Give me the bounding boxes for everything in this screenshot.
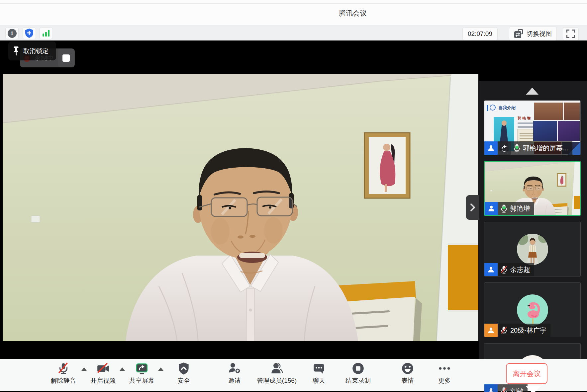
more-button[interactable]: 更多 bbox=[416, 361, 473, 385]
person-icon bbox=[487, 327, 495, 334]
slide-portrait-head bbox=[502, 120, 507, 126]
chevron-right-icon bbox=[470, 203, 476, 212]
participant-label: 余志超 bbox=[484, 263, 534, 276]
top-toolbar: i 02:07:09 切换视图 bbox=[0, 25, 587, 40]
switch-view-button[interactable]: 切换视图 bbox=[509, 27, 557, 41]
chevron-down-icon scroll-down-button[interactable] bbox=[526, 386, 540, 392]
unpin-label: 取消锁定 bbox=[23, 47, 49, 55]
mic-muted-icon bbox=[500, 386, 508, 392]
more-icon bbox=[438, 361, 451, 375]
reactions-label: 表情 bbox=[401, 376, 414, 385]
person-icon bbox=[487, 387, 495, 392]
participant-tile-guoyanzeng[interactable]: 郭艳增 bbox=[484, 161, 581, 216]
members-icon bbox=[270, 361, 284, 375]
slide-accent-bar bbox=[487, 105, 488, 111]
mic-muted-icon bbox=[500, 265, 508, 274]
fullscreen-icon bbox=[566, 30, 575, 38]
person-icon bbox=[488, 205, 495, 212]
page-title: 腾讯会议 bbox=[339, 9, 367, 18]
security-status-button[interactable] bbox=[23, 27, 36, 39]
stop-recording-overlay-button[interactable] bbox=[58, 48, 74, 67]
unpin-button[interactable]: 取消锁定 bbox=[8, 41, 56, 60]
unmute-label: 解除静音 bbox=[51, 376, 76, 385]
avatar bbox=[517, 234, 548, 265]
participant-label: 郭艳增的屏幕... bbox=[484, 141, 572, 155]
tencent-meeting-window: 腾讯会议 i 02:07:09 bbox=[0, 0, 587, 392]
meeting-timer: 02:07:09 bbox=[462, 27, 498, 40]
slide-photo bbox=[564, 103, 580, 120]
video-stage: 录制中 取消锁定 bbox=[0, 40, 587, 359]
stop-recording-icon bbox=[351, 361, 365, 375]
participants-sidebar: 自我介绍 郭艳增 bbox=[479, 81, 587, 392]
network-status-button[interactable] bbox=[40, 27, 53, 39]
screen-sharing-icon bbox=[498, 141, 511, 155]
participant-role-badge bbox=[485, 202, 498, 215]
start-video-label: 开启视频 bbox=[90, 376, 116, 385]
mic-muted-icon bbox=[56, 361, 70, 375]
switch-view-label: 切换视图 bbox=[527, 30, 552, 38]
timer-value: 02:07:09 bbox=[468, 30, 492, 38]
window-divider bbox=[0, 3, 587, 4]
sidebar-collapse-button[interactable] bbox=[466, 195, 479, 220]
slide-title: 自我介绍 bbox=[498, 105, 516, 111]
slide-presenter-name: 郭艳增 bbox=[518, 116, 532, 121]
participant-role-badge bbox=[484, 141, 498, 155]
info-icon: i bbox=[8, 29, 17, 38]
participant-role-badge bbox=[484, 263, 498, 276]
end-recording-label: 结束录制 bbox=[345, 376, 371, 385]
end-recording-button[interactable]: 结束录制 bbox=[330, 361, 386, 385]
slide-logo bbox=[490, 105, 496, 111]
slide-photo bbox=[534, 103, 563, 120]
mic-muted-icon bbox=[500, 326, 508, 335]
fullscreen-button[interactable] bbox=[563, 27, 579, 40]
share-screen-label: 共享屏幕 bbox=[129, 376, 154, 385]
slide-photo bbox=[533, 121, 557, 141]
mic-active-icon bbox=[514, 143, 520, 153]
mic-active-icon bbox=[501, 204, 507, 213]
participant-role-badge bbox=[484, 384, 498, 392]
title-bar: 腾讯会议 bbox=[0, 0, 587, 25]
emoji-icon bbox=[401, 361, 415, 375]
stop-icon bbox=[62, 54, 70, 62]
invite-label: 邀请 bbox=[228, 376, 241, 385]
participant-tile-yuzhichao[interactable]: 余志超 bbox=[484, 222, 581, 276]
person-icon bbox=[487, 144, 495, 152]
participant-name: 余志超 bbox=[510, 265, 530, 274]
chat-icon bbox=[312, 361, 326, 375]
participant-tile-screen-share[interactable]: 自我介绍 郭艳增 bbox=[484, 100, 581, 155]
person-icon bbox=[487, 266, 495, 273]
main-video bbox=[3, 74, 478, 341]
shield-plus-icon bbox=[25, 28, 34, 38]
share-screen-icon bbox=[135, 361, 149, 375]
chevron-up-icon scroll-up-button[interactable] bbox=[526, 88, 538, 95]
participant-name: 刘敏 bbox=[510, 387, 524, 392]
leave-meeting-label: 离开会议 bbox=[513, 369, 541, 378]
chat-label: 聊天 bbox=[313, 376, 325, 385]
participant-label: 刘敏 bbox=[484, 384, 528, 392]
security-button[interactable]: 安全 bbox=[155, 361, 212, 385]
participant-name: 郭艳增的屏幕... bbox=[523, 144, 568, 153]
switch-view-icon bbox=[514, 29, 524, 39]
pushpin-icon bbox=[13, 46, 19, 56]
participant-role-badge bbox=[484, 324, 498, 337]
more-label: 更多 bbox=[438, 376, 451, 385]
participant-tile-linguangyu[interactable]: 20级-林广宇 bbox=[484, 282, 581, 337]
signal-bars-icon bbox=[42, 29, 50, 37]
participant-label: 郭艳增 bbox=[485, 202, 534, 215]
meeting-info-button[interactable]: i bbox=[5, 27, 19, 39]
security-label: 安全 bbox=[177, 376, 190, 385]
leave-meeting-button[interactable]: 离开会议 bbox=[506, 363, 547, 384]
invite-user-icon bbox=[228, 361, 242, 375]
participant-label: 20级-林广宇 bbox=[484, 324, 550, 337]
avatar bbox=[517, 294, 548, 326]
security-shield-icon bbox=[177, 361, 191, 375]
participant-name: 20级-林广宇 bbox=[510, 326, 546, 335]
slide-photo bbox=[558, 121, 580, 141]
camera-off-icon bbox=[96, 361, 110, 375]
participant-name: 郭艳增 bbox=[510, 204, 530, 213]
